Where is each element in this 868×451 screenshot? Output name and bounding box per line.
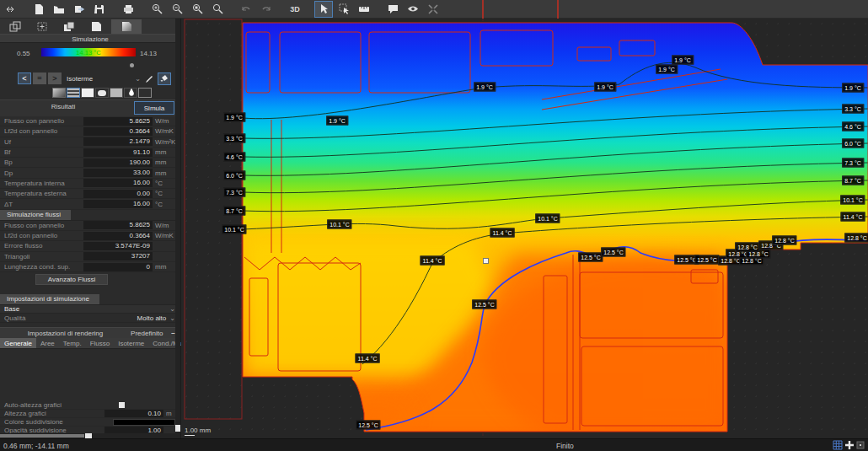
transform-icon[interactable] <box>30 19 54 34</box>
result-label: Temperatura esterna <box>4 190 83 197</box>
result-value: 91.10 <box>83 148 153 157</box>
rendering-tab-temp[interactable]: Temp. <box>59 338 86 348</box>
rendering-settings-header: Impostazioni di rendering Predefinito − <box>0 327 180 338</box>
result-row: Triangoli37207 <box>0 252 180 262</box>
redo-icon[interactable] <box>257 1 276 18</box>
result-value: 0 <box>83 263 153 271</box>
import-icon[interactable] <box>70 1 88 18</box>
result-label: Flusso con pannello <box>4 117 83 125</box>
color-swatch[interactable] <box>113 419 175 426</box>
mode-outline-icon[interactable] <box>138 88 152 98</box>
isotherm-dropdown-value: Isoterme <box>67 75 93 83</box>
setting-label: Auto-altezza grafici <box>4 401 119 409</box>
result-label: Flusso con pannello <box>4 222 83 229</box>
setting-row: Colore suddivisione <box>0 418 180 427</box>
zoom-in-icon[interactable] <box>147 1 166 18</box>
result-row: Errore flusso3.5747E-09 <box>0 241 180 251</box>
checkbox[interactable] <box>119 402 125 408</box>
grid-toggle-icon[interactable] <box>833 440 843 451</box>
cursor-coordinates: 0.46 mm; -14.11 mm <box>3 442 69 450</box>
print-icon[interactable] <box>119 1 137 18</box>
intersect-off-icon[interactable] <box>424 1 442 18</box>
isotherm-temp-label: 3.3 °C <box>842 105 864 114</box>
result-label: Lunghezza cond. sup. <box>4 263 83 271</box>
result-label: Triangoli <box>4 253 83 260</box>
visibility-icon[interactable] <box>404 1 422 18</box>
view-3d-button[interactable]: 3D <box>286 1 304 18</box>
sidebar-vertical-scrollbar[interactable] <box>175 19 180 438</box>
isotherm-controls: <=> Isoterme ⌄ <box>0 71 180 86</box>
mode-flat-icon[interactable] <box>110 88 123 98</box>
snap-toggle-icon[interactable] <box>856 441 865 451</box>
advanced-flux-button[interactable]: Avanzato Flussi <box>35 274 108 285</box>
mode-solid-icon[interactable] <box>81 88 94 98</box>
results-tab[interactable]: Risultati <box>0 103 126 110</box>
component-icon[interactable] <box>3 19 27 34</box>
isotherm-temp-label: 6.0 °C <box>223 171 245 180</box>
preset-dropdown[interactable]: Base⌄ <box>0 305 180 314</box>
simulate-button[interactable]: Simula <box>134 101 174 115</box>
comment-icon[interactable] <box>383 1 402 18</box>
result-label: Lf2d con pannello <box>4 127 83 135</box>
result-label: Uf <box>4 138 83 146</box>
isotherm-temp-label: 1.9 °C <box>474 83 496 92</box>
copy-layers-icon[interactable] <box>57 19 81 34</box>
chevron-down-icon[interactable]: ⌄ <box>169 314 175 322</box>
result-row: Temperatura esterna0.00°C <box>0 189 180 199</box>
select-cursor-icon[interactable] <box>314 1 333 18</box>
shaded-page-icon[interactable] <box>111 19 142 34</box>
open-folder-icon[interactable] <box>50 1 68 18</box>
isotherm-selection-handle[interactable] <box>483 258 489 264</box>
quality-value[interactable]: Molto alto <box>137 314 167 322</box>
isotherm-temp-label: 12.8 °C <box>772 236 796 245</box>
rendering-tab-generale[interactable]: Generale <box>0 338 36 348</box>
zoom-region-icon[interactable] <box>188 1 206 18</box>
page-icon[interactable] <box>84 19 108 34</box>
quality-label: Qualità <box>4 314 137 322</box>
result-value: 37207 <box>83 252 153 260</box>
mode-isolines-icon[interactable] <box>67 88 80 98</box>
isotherm-temp-label: 1.9 °C <box>594 83 616 92</box>
box-select-icon[interactable] <box>335 1 353 18</box>
compare-button[interactable]: < <box>18 72 31 84</box>
isotherm-temp-label: 7.3 °C <box>223 188 245 197</box>
rendering-tab-flusso[interactable]: Flusso <box>86 338 115 348</box>
pan-arrows-icon[interactable] <box>1 1 19 18</box>
result-value: 190.00 <box>83 158 153 167</box>
isotherm-dropdown[interactable]: Isoterme ⌄ <box>67 72 141 84</box>
rendering-tab-isoterme[interactable]: Isoterme <box>114 338 148 348</box>
compare-button[interactable]: > <box>48 72 62 84</box>
edit-pencil-icon[interactable] <box>142 72 156 85</box>
boundary-condition-frame <box>185 19 242 419</box>
result-row: Lf2d con pannello0.3664W/mK <box>0 231 180 241</box>
mode-gradient-icon[interactable] <box>52 88 66 98</box>
isotherm-temp-label: 1.9 °C <box>326 116 348 126</box>
isotherm-temp-label: 10.1 °C <box>535 214 560 223</box>
zoom-fit-icon[interactable] <box>208 1 227 18</box>
measure-icon[interactable] <box>355 1 373 18</box>
simulation-canvas[interactable]: 1.9 °C3.3 °C4.6 °C6.0 °C7.3 °C8.7 °C10.1… <box>181 19 868 438</box>
mode-condensation-icon[interactable] <box>124 88 137 98</box>
setting-label: Colore suddivisione <box>4 418 113 426</box>
rendering-preset[interactable]: Predefinito <box>131 330 163 337</box>
status-message: Finito <box>556 442 574 450</box>
save-icon[interactable] <box>90 1 109 18</box>
isotherm-temp-label: 12.5 °C <box>694 255 719 265</box>
pan-tool-icon[interactable] <box>844 440 855 451</box>
isotherm-temp-label: 3.3 °C <box>223 134 245 143</box>
isotherm-temp-label: 1.9 °C <box>842 83 864 93</box>
colorbar-slider[interactable] <box>130 63 134 67</box>
setting-value[interactable]: 0.10 <box>104 410 163 417</box>
chevron-down-icon: ⌄ <box>135 75 141 83</box>
new-file-icon[interactable] <box>29 1 48 18</box>
paint-bucket-icon[interactable] <box>158 72 171 85</box>
zoom-out-icon[interactable] <box>168 1 186 18</box>
undo-icon[interactable] <box>237 1 255 18</box>
compare-button[interactable]: = <box>33 72 46 84</box>
colorbar-current-value: 14.13 °C <box>41 49 136 56</box>
result-row: Bp190.00mm <box>0 158 180 168</box>
result-value: 5.8625 <box>83 221 153 229</box>
isotherm-temp-label: 11.4 °C <box>356 354 380 363</box>
mode-halves-icon[interactable] <box>95 88 109 98</box>
rendering-tab-aree[interactable]: Aree <box>36 338 59 348</box>
